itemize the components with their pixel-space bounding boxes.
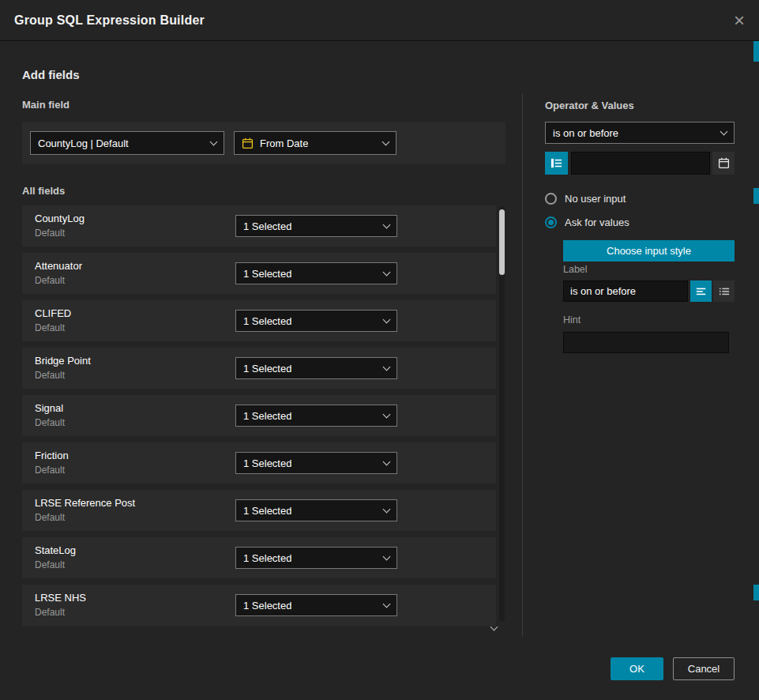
main-layer-select[interactable]: CountyLog | Default [30, 131, 224, 155]
radio-label: No user input [565, 193, 626, 205]
ok-button[interactable]: OK [611, 657, 663, 680]
chevron-down-icon [383, 458, 391, 466]
section-title-add-fields: Add fields [22, 68, 80, 81]
chevron-down-icon [383, 269, 391, 277]
field-row: Attenuator Default 1 Selected [22, 253, 496, 294]
main-field-panel: CountyLog | Default From Date [22, 122, 505, 164]
field-name: Bridge Point [35, 355, 91, 367]
radio-circle-icon [545, 216, 557, 228]
field-values-select-value: 1 Selected [243, 363, 291, 374]
field-row: Bridge Point Default 1 Selected [22, 348, 496, 389]
field-sublabel: Default [35, 417, 65, 428]
calendar-icon [242, 137, 254, 149]
scrollbar-marker [753, 585, 759, 600]
field-sublabel: Default [35, 465, 65, 476]
field-name: Signal [35, 402, 63, 414]
chevron-down-icon [383, 600, 391, 608]
field-values-select[interactable]: 1 Selected [235, 452, 397, 474]
operator-values-title: Operator & Values [545, 100, 634, 111]
group-sql-expression-builder-dialog: Group SQL Expression Builder × Add field… [0, 0, 759, 700]
chevron-down-icon [383, 553, 391, 561]
align-left-icon [696, 286, 707, 297]
field-sublabel: Default [35, 228, 65, 239]
chevron-down-icon [383, 411, 391, 419]
calendar-icon [718, 157, 730, 169]
close-icon[interactable]: × [734, 11, 745, 30]
column-divider [522, 93, 523, 637]
all-fields-list: CountyLog Default 1 Selected Attenuator … [22, 205, 496, 632]
date-picker-button[interactable] [712, 152, 735, 175]
main-layer-select-value: CountyLog | Default [38, 137, 129, 149]
field-name: StateLog [35, 544, 76, 556]
chevron-down-icon [382, 138, 390, 146]
dialog-title: Group SQL Expression Builder [14, 13, 205, 28]
radio-ask-for-values[interactable]: Ask for values [545, 216, 629, 228]
field-row: StateLog Default 1 Selected [22, 537, 496, 578]
field-name: LRSE Reference Post [35, 497, 135, 509]
chevron-down-icon [720, 128, 728, 136]
field-values-select[interactable]: 1 Selected [235, 405, 397, 427]
field-sublabel: Default [35, 607, 65, 618]
list-style-button[interactable] [713, 280, 735, 302]
field-values-select[interactable]: 1 Selected [235, 357, 397, 379]
label-caption: Label [563, 264, 588, 275]
field-values-select-value: 1 Selected [243, 600, 291, 612]
field-sublabel: Default [35, 322, 65, 333]
cancel-button[interactable]: Cancel [673, 657, 735, 680]
field-row: LRSE NHS Default 1 Selected [22, 585, 496, 626]
field-sublabel: Default [35, 275, 65, 286]
field-row: Friction Default 1 Selected [22, 442, 496, 484]
field-values-select-value: 1 Selected [243, 410, 291, 422]
field-values-select-value: 1 Selected [243, 268, 291, 280]
field-name: LRSE NHS [35, 592, 86, 604]
main-date-field-select[interactable]: From Date [234, 131, 396, 155]
list-scrollbar-track[interactable] [499, 207, 505, 621]
field-row: CountyLog Default 1 Selected [22, 205, 496, 247]
operator-select[interactable]: is on or before [545, 122, 735, 144]
field-name: Attenuator [35, 260, 82, 272]
field-sublabel: Default [35, 370, 65, 381]
list-icon [719, 286, 730, 297]
field-list-icon [550, 157, 562, 169]
operator-select-value: is on or before [553, 127, 618, 139]
chevron-down-icon [383, 221, 391, 229]
field-sublabel: Default [35, 512, 65, 523]
field-name: CLIFED [35, 307, 71, 319]
main-field-label: Main field [22, 99, 70, 111]
field-values-select-value: 1 Selected [243, 315, 291, 327]
dialog-titlebar: Group SQL Expression Builder × [0, 0, 759, 41]
field-row: Signal Default 1 Selected [22, 395, 496, 436]
field-row: CLIFED Default 1 Selected [22, 300, 496, 341]
chevron-down-icon [210, 138, 218, 146]
hint-input[interactable] [563, 332, 729, 353]
radio-circle-icon [545, 193, 557, 205]
scrollbar-marker [753, 188, 759, 204]
radio-no-user-input[interactable]: No user input [545, 193, 626, 205]
field-values-select-value: 1 Selected [243, 505, 291, 517]
chevron-down-icon [383, 363, 391, 371]
field-name: CountyLog [35, 213, 85, 224]
field-values-select[interactable]: 1 Selected [235, 310, 397, 332]
field-values-select[interactable]: 1 Selected [235, 594, 397, 616]
field-values-select[interactable]: 1 Selected [235, 262, 397, 284]
field-values-select-value: 1 Selected [243, 457, 291, 469]
chevron-down-icon [383, 316, 391, 324]
single-value-style-button[interactable] [690, 280, 712, 302]
label-input[interactable] [563, 280, 688, 302]
chevron-down-icon [383, 506, 391, 514]
field-values-select[interactable]: 1 Selected [235, 499, 397, 521]
field-values-select[interactable]: 1 Selected [235, 547, 397, 569]
main-date-field-value: From Date [260, 137, 308, 149]
field-values-select[interactable]: 1 Selected [235, 215, 397, 237]
field-values-button[interactable] [545, 152, 568, 175]
field-values-select-value: 1 Selected [243, 220, 291, 232]
hint-caption: Hint [563, 314, 581, 326]
field-values-select-value: 1 Selected [243, 552, 291, 564]
list-scrollbar-thumb[interactable] [499, 209, 505, 275]
field-row: LRSE Reference Post Default 1 Selected [22, 490, 496, 531]
value-input[interactable] [571, 152, 710, 175]
scrollbar-marker [753, 41, 759, 62]
field-name: Friction [35, 450, 69, 461]
scroll-more-chevron-icon[interactable] [491, 624, 501, 634]
choose-input-style-button[interactable]: Choose input style [563, 240, 735, 262]
